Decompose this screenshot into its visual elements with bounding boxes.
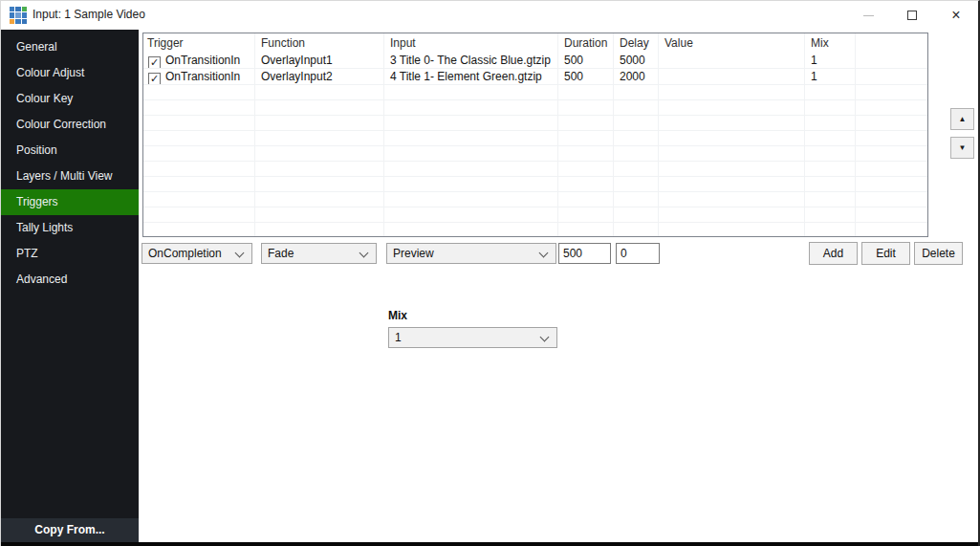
column-header-delay[interactable]: Delay (614, 33, 659, 53)
empty-cell (255, 162, 384, 176)
empty-cell (805, 223, 856, 237)
empty-cell (384, 223, 558, 237)
maximize-button[interactable] (890, 1, 934, 30)
icon-cell (15, 7, 20, 11)
empty-cell (143, 116, 255, 130)
move-up-button[interactable]: ▲ (950, 108, 974, 130)
empty-cell (856, 162, 928, 176)
empty-cell (255, 100, 384, 115)
icon-cell (10, 7, 14, 11)
row-checkbox[interactable]: ✓ (148, 56, 161, 68)
triggers-table[interactable]: TriggerFunctionInputDurationDelayValueMi… (142, 33, 928, 237)
column-header-value[interactable]: Value (659, 33, 805, 53)
empty-cell (255, 192, 384, 207)
empty-cell (856, 192, 928, 207)
icon-cell (10, 12, 14, 17)
empty-cell (856, 85, 928, 99)
cell-value (659, 53, 805, 68)
empty-cell (558, 207, 614, 222)
empty-table-row (143, 162, 927, 177)
empty-table-row (143, 192, 927, 207)
sidebar-item-tally-lights[interactable]: Tally Lights (1, 215, 139, 241)
close-icon: × (951, 8, 960, 23)
empty-cell (143, 223, 255, 237)
sidebar-item-colour-adjust[interactable]: Colour Adjust (1, 60, 139, 86)
column-header-mix[interactable]: Mix (805, 33, 856, 53)
empty-cell (659, 192, 805, 207)
empty-table-row (143, 207, 927, 223)
chevron-down-icon (235, 249, 245, 258)
empty-cell (805, 192, 856, 207)
sidebar-item-colour-key[interactable]: Colour Key (1, 86, 139, 112)
icon-cell (22, 19, 27, 24)
main-panel: TriggerFunctionInputDurationDelayValueMi… (139, 30, 979, 542)
sidebar-item-triggers[interactable]: Triggers (1, 189, 139, 215)
cell-extra (856, 53, 928, 68)
delay-input[interactable] (616, 243, 660, 264)
empty-cell (558, 85, 614, 99)
sidebar-item-advanced[interactable]: Advanced (1, 267, 139, 293)
empty-cell (659, 85, 805, 99)
mix-select[interactable]: 1 (388, 327, 557, 348)
row-checkbox[interactable]: ✓ (148, 73, 161, 84)
empty-cell (255, 207, 384, 222)
trigger-label: OnTransitionIn (165, 70, 240, 83)
cell-function: OverlayInput1 (255, 53, 384, 68)
cell-mix: 1 (805, 69, 856, 84)
empty-cell (856, 116, 928, 130)
empty-cell (558, 100, 614, 115)
empty-cell (856, 207, 928, 222)
copy-from-button[interactable]: Copy From... (1, 518, 139, 542)
column-header-trigger[interactable]: Trigger (143, 33, 255, 53)
function-select[interactable]: Fade (261, 243, 377, 264)
empty-cell (558, 223, 614, 237)
empty-cell (143, 100, 255, 115)
empty-cell (805, 131, 856, 145)
sidebar-item-general[interactable]: General (1, 34, 139, 60)
minimize-icon (863, 15, 874, 16)
sidebar-item-colour-correction[interactable]: Colour Correction (1, 112, 139, 138)
close-button[interactable]: × (934, 1, 978, 30)
empty-cell (805, 162, 856, 176)
duration-input[interactable] (558, 243, 611, 264)
table-row[interactable]: ✓OnTransitionInOverlayInput24 Title 1- E… (143, 69, 927, 85)
delete-button[interactable]: Delete (914, 242, 963, 265)
empty-table-row (143, 146, 927, 162)
column-header-function[interactable]: Function (255, 33, 384, 53)
trigger-type-select[interactable]: OnCompletion (142, 243, 252, 264)
edit-button[interactable]: Edit (861, 242, 910, 265)
empty-cell (856, 131, 928, 145)
column-header-input[interactable]: Input (384, 33, 558, 53)
sidebar-item-ptz[interactable]: PTZ (1, 241, 139, 267)
empty-cell (856, 146, 928, 161)
table-row[interactable]: ✓OnTransitionInOverlayInput13 Title 0- T… (143, 53, 927, 69)
icon-cell (15, 12, 20, 17)
add-button[interactable]: Add (809, 242, 858, 265)
mix-value: 1 (395, 331, 402, 344)
empty-cell (614, 192, 659, 207)
empty-cell (856, 177, 928, 191)
sidebar: GeneralColour AdjustColour KeyColour Cor… (1, 30, 139, 542)
empty-cell (558, 162, 614, 176)
empty-cell (143, 177, 255, 191)
icon-cell (22, 7, 27, 11)
icon-cell (15, 19, 20, 24)
empty-cell (384, 116, 558, 130)
empty-cell (805, 100, 856, 115)
empty-cell (255, 85, 384, 99)
cell-trigger: ✓OnTransitionIn (143, 53, 255, 68)
column-header-blank[interactable] (856, 33, 928, 53)
column-header-duration[interactable]: Duration (558, 33, 614, 53)
minimize-button[interactable] (846, 1, 890, 30)
move-down-button[interactable]: ▼ (950, 137, 974, 159)
sidebar-item-layers-multi-view[interactable]: Layers / Multi View (1, 164, 139, 189)
empty-cell (614, 116, 659, 130)
empty-table-row (143, 223, 927, 237)
cell-input: 3 Title 0- The Classic Blue.gtzip (384, 53, 558, 68)
cell-duration: 500 (558, 53, 614, 68)
chevron-down-icon (359, 249, 369, 258)
empty-cell (255, 116, 384, 130)
empty-table-row (143, 116, 927, 131)
input-select[interactable]: Preview (386, 243, 556, 264)
sidebar-item-position[interactable]: Position (1, 138, 139, 164)
